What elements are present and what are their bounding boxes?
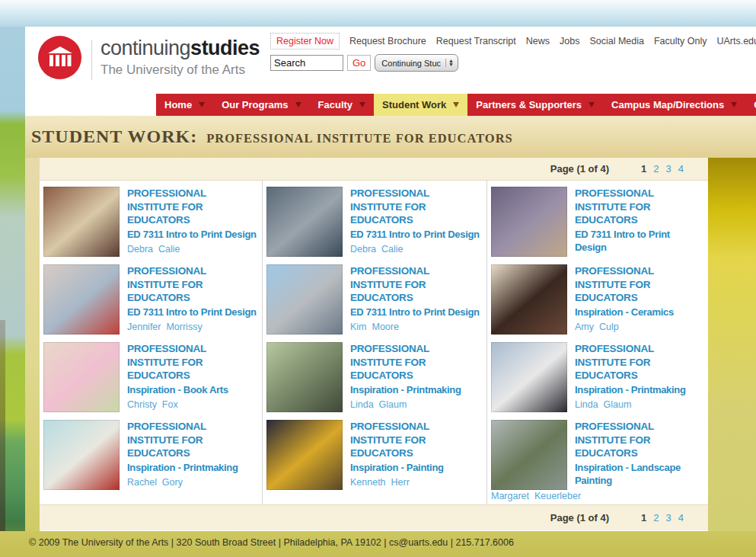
brand-name-regular: continuing bbox=[100, 37, 190, 59]
ceramic-bowl-photo-thumbnail[interactable] bbox=[491, 264, 567, 335]
utility-link-jobs[interactable]: Jobs bbox=[560, 36, 579, 46]
utility-links: Request BrochureRequest TranscriptNewsJo… bbox=[349, 36, 756, 46]
chevron-down-icon bbox=[589, 102, 595, 107]
search-bar: Go Continuing Stuc ▲▼ bbox=[270, 54, 458, 72]
handmade-books-photo-thumbnail[interactable] bbox=[43, 342, 120, 412]
guitarist-painting-thumbnail[interactable] bbox=[266, 420, 343, 490]
content-card: Page (1 of 4) 1234 PROFESSIONALINSTITUTE… bbox=[40, 158, 708, 531]
nav-item-contact[interactable]: Contact bbox=[745, 94, 756, 116]
pagination-top: Page (1 of 4) 1234 bbox=[40, 158, 708, 181]
green-branch-print-thumbnail[interactable] bbox=[266, 342, 343, 412]
pagination-page-link[interactable]: 4 bbox=[678, 163, 684, 174]
work-item: PROFESSIONALINSTITUTE FOREDUCATORSInspir… bbox=[487, 336, 708, 414]
nav-item-our-programs[interactable]: Our Programs bbox=[213, 94, 309, 116]
footer-text: © 2009 The University of the Arts | 320 … bbox=[29, 537, 514, 548]
page: continuingstudies The University of the … bbox=[0, 0, 756, 557]
register-now-link[interactable]: Register Now bbox=[270, 33, 340, 50]
chevron-down-icon bbox=[731, 102, 737, 107]
pagination-current-page: 1 bbox=[641, 512, 646, 523]
curved-ceiling-photo-thumbnail[interactable] bbox=[43, 187, 120, 257]
work-item: PROFESSIONALINSTITUTE FOREDUCATORSInspir… bbox=[263, 414, 487, 504]
brand-tagline: The University of the Arts bbox=[100, 63, 260, 76]
uarts-logo[interactable] bbox=[38, 36, 81, 79]
utility-link-uarts-edu[interactable]: UArts.edu bbox=[716, 36, 756, 46]
student-name: Margaret Keuerleber bbox=[491, 491, 703, 501]
work-item: PROFESSIONALINSTITUTE FOREDUCATORSInspir… bbox=[487, 414, 708, 504]
chevron-down-icon bbox=[295, 102, 301, 107]
brand-name-bold: studies bbox=[190, 37, 260, 59]
pagination-numbers: 1234 bbox=[641, 512, 684, 523]
flower-print-thumbnail[interactable] bbox=[491, 342, 567, 412]
page-subtitle: PROFESSIONAL INSTITUTE FOR EDUCATORS bbox=[206, 128, 513, 146]
search-input[interactable] bbox=[270, 55, 343, 71]
collage-red-dots-artwork-thumbnail[interactable] bbox=[43, 264, 120, 335]
nav-item-partners-supporters[interactable]: Partners & Supporters bbox=[467, 94, 603, 116]
pagination-label: Page (1 of 4) bbox=[550, 163, 609, 174]
work-item: PROFESSIONALINSTITUTE FOREDUCATORSInspir… bbox=[40, 336, 263, 414]
skyscraper-photo-thumbnail[interactable] bbox=[266, 264, 343, 335]
search-go-button[interactable]: Go bbox=[347, 55, 371, 71]
work-item: PROFESSIONALINSTITUTE FOREDUCATORSED 731… bbox=[40, 181, 263, 258]
search-scope-select[interactable]: Continuing Stuc ▲▼ bbox=[375, 54, 458, 72]
search-scope-value: Continuing Stuc bbox=[381, 59, 441, 68]
nav-item-faculty[interactable]: Faculty bbox=[310, 94, 375, 116]
nav-item-campus-map-directions[interactable]: Campus Map/Directions bbox=[603, 94, 745, 116]
stepper-arrows-icon: ▲▼ bbox=[445, 59, 456, 67]
chevron-down-icon bbox=[359, 102, 365, 107]
work-item: PROFESSIONALINSTITUTE FOREDUCATORSED 731… bbox=[263, 258, 487, 336]
page-title: STUDENT WORK: bbox=[31, 126, 197, 147]
pagination-bottom: Page (1 of 4) 1234 bbox=[40, 504, 708, 530]
bridge-landscape-painting-thumbnail[interactable] bbox=[491, 420, 567, 490]
pagination-page-link[interactable]: 2 bbox=[653, 163, 659, 174]
background-top-band bbox=[0, 0, 756, 27]
pagination-current-page: 1 bbox=[641, 163, 646, 174]
chevron-down-icon bbox=[199, 102, 205, 107]
ornate-cornice-photo-thumbnail[interactable] bbox=[491, 187, 567, 257]
background-right-band bbox=[708, 158, 756, 531]
work-item: PROFESSIONALINSTITUTE FOREDUCATORSInspir… bbox=[487, 258, 708, 336]
nav-item-label: Our Programs bbox=[222, 99, 288, 110]
utility-nav: Register Now Request BrochureRequest Tra… bbox=[270, 33, 756, 50]
work-item: PROFESSIONALINSTITUTE FOREDUCATORSInspir… bbox=[263, 336, 487, 414]
pagination-page-link[interactable]: 3 bbox=[666, 163, 671, 174]
pagination-page-link[interactable]: 3 bbox=[666, 512, 671, 523]
background-left-edge bbox=[0, 320, 5, 531]
pagination-numbers: 1234 bbox=[641, 163, 684, 174]
utility-link-request-transcript[interactable]: Request Transcript bbox=[436, 36, 516, 46]
nav-item-label: Partners & Supporters bbox=[476, 99, 582, 110]
utility-link-news[interactable]: News bbox=[526, 36, 550, 46]
pagination-page-link[interactable]: 2 bbox=[653, 512, 659, 523]
nav-item-student-work[interactable]: Student Work bbox=[374, 94, 467, 116]
nav-item-label: Home bbox=[164, 99, 192, 110]
utility-link-social-media[interactable]: Social Media bbox=[589, 36, 644, 46]
nav-item-label: Faculty bbox=[318, 99, 353, 110]
pagination-label: Page (1 of 4) bbox=[550, 512, 609, 523]
brand-text: continuingstudies The University of the … bbox=[100, 38, 260, 76]
work-item: PROFESSIONALINSTITUTE FOREDUCATORSED 731… bbox=[40, 258, 263, 336]
socks-print-thumbnail[interactable] bbox=[43, 420, 120, 490]
nav-item-label: Student Work bbox=[382, 99, 446, 110]
work-item: PROFESSIONALINSTITUTE FOREDUCATORSInspir… bbox=[40, 414, 263, 504]
nav-item-home[interactable]: Home bbox=[156, 94, 213, 116]
work-item: PROFESSIONALINSTITUTE FOREDUCATORSED 731… bbox=[263, 181, 487, 258]
stone-arch-window-photo-thumbnail[interactable] bbox=[266, 187, 343, 257]
background-content-margin bbox=[25, 158, 40, 531]
chevron-down-icon bbox=[453, 102, 459, 107]
work-grid: PROFESSIONALINSTITUTE FOREDUCATORSED 731… bbox=[40, 181, 708, 504]
utility-link-faculty-only[interactable]: Faculty Only bbox=[654, 36, 707, 46]
pagination-page-link[interactable]: 4 bbox=[678, 512, 684, 523]
page-title-band: STUDENT WORK: PROFESSIONAL INSTITUTE FOR… bbox=[25, 116, 756, 158]
temple-icon bbox=[47, 46, 73, 69]
nav-item-label: Campus Map/Directions bbox=[611, 99, 724, 110]
logo-divider bbox=[91, 40, 92, 80]
work-item: PROFESSIONALINSTITUTE FOREDUCATORSED 731… bbox=[487, 181, 708, 258]
main-nav: HomeOur ProgramsFacultyStudent WorkPartn… bbox=[156, 94, 756, 116]
utility-link-request-brochure[interactable]: Request Brochure bbox=[349, 36, 426, 46]
